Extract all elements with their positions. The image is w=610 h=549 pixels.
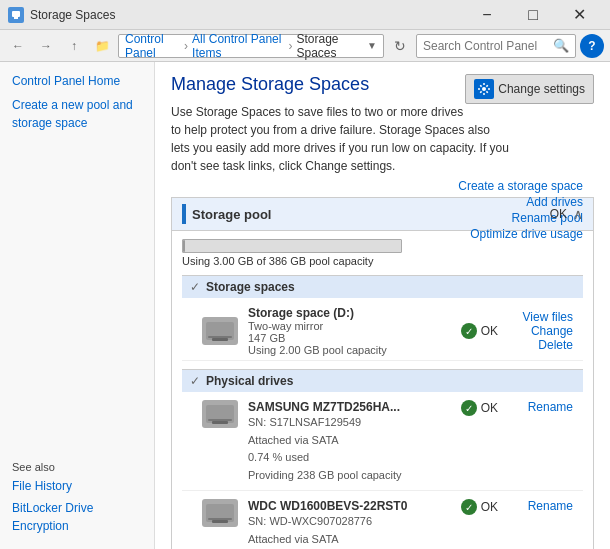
svg-rect-8 <box>208 518 232 520</box>
breadcrumb-dropdown[interactable]: ▼ <box>367 40 377 51</box>
pool-body: Create a storage space Add drives Rename… <box>172 231 593 549</box>
usage-bar-outer <box>182 239 402 253</box>
phys-rename-link-2[interactable]: Rename <box>518 499 573 513</box>
breadcrumb-current: Storage Spaces <box>296 32 361 60</box>
space-pool-usage: Using 2.00 GB pool capacity <box>248 344 441 356</box>
address-bar: ← → ↑ 📁 Control Panel › All Control Pane… <box>0 30 610 62</box>
sidebar-bottom: See also File History BitLocker Drive En… <box>12 461 142 539</box>
physical-drive-row-1: SAMSUNG MZ7TD256HA... SN: S17LNSAF129549… <box>182 392 583 491</box>
phys-actions-1: Rename <box>518 400 573 414</box>
storage-pool-section: Storage pool OK ∧ Create a storage space… <box>171 197 594 549</box>
sidebar: Control Panel Home Create a new pool and… <box>0 62 155 549</box>
usage-bar-inner <box>183 240 185 252</box>
window-title: Storage Spaces <box>30 8 115 22</box>
physical-drive-row-2: WDC WD1600BEVS-22RST0 SN: WD-WXC90702877… <box>182 491 583 549</box>
storage-spaces-header[interactable]: ✓ Storage spaces <box>182 275 583 298</box>
phys-connection-1: Attached via SATA <box>248 432 441 450</box>
back-button[interactable]: ← <box>6 34 30 58</box>
pool-header-left: Storage pool <box>182 204 271 224</box>
space-actions: View files Change Delete <box>518 310 573 352</box>
change-settings-label: Change settings <box>498 82 585 96</box>
physical-drives-label: Physical drives <box>206 374 293 388</box>
phys-check-icon-2: ✓ <box>461 499 477 515</box>
optimize-drive-link[interactable]: Optimize drive usage <box>458 227 583 241</box>
main-layout: Control Panel Home Create a new pool and… <box>0 62 610 549</box>
pool-indicator <box>182 204 186 224</box>
forward-button[interactable]: → <box>34 34 58 58</box>
check-icon: ✓ <box>461 323 477 339</box>
usage-text: Using 3.00 GB of 386 GB pool capacity <box>182 255 583 267</box>
content-area: Change settings Manage Storage Spaces Us… <box>155 62 610 549</box>
physical-drives-subsection: ✓ Physical drives SAMSUNG MZ7TD256HA... … <box>182 369 583 549</box>
svg-rect-4 <box>208 336 232 338</box>
restore-button[interactable]: □ <box>510 0 556 30</box>
pool-title: Storage pool <box>192 207 271 222</box>
pool-collapse-button[interactable]: ∧ <box>573 206 583 222</box>
space-type: Two-way mirror <box>248 320 441 332</box>
phys-name-2: WDC WD1600BEVS-22RST0 <box>248 499 441 513</box>
storage-space-row: Storage space (D:) Two-way mirror 147 GB… <box>182 298 583 361</box>
phys-info-1: SAMSUNG MZ7TD256HA... SN: S17LNSAF129549… <box>248 400 441 484</box>
sidebar-bitlocker[interactable]: BitLocker Drive Encryption <box>12 499 142 535</box>
drives-chevron: ✓ <box>190 374 200 388</box>
sidebar-create-link[interactable]: Create a new pool and storage space <box>12 96 142 132</box>
phys-status-text-1: OK <box>481 401 498 415</box>
sidebar-top: Control Panel Home Create a new pool and… <box>12 72 142 136</box>
sidebar-home-link[interactable]: Control Panel Home <box>12 72 142 90</box>
breadcrumb: Control Panel › All Control Panel Items … <box>118 34 384 58</box>
create-storage-space-link[interactable]: Create a storage space <box>458 179 583 193</box>
space-name: Storage space (D:) <box>248 306 441 320</box>
phys-info-2: WDC WD1600BEVS-22RST0 SN: WD-WXC90702877… <box>248 499 441 549</box>
breadcrumb-all-items[interactable]: All Control Panel Items <box>192 32 284 60</box>
phys-rename-link-1[interactable]: Rename <box>518 400 573 414</box>
physical-drives-header[interactable]: ✓ Physical drives <box>182 369 583 392</box>
storage-spaces-subsection: ✓ Storage spaces Storage space (D:) Two-… <box>182 275 583 361</box>
svg-rect-0 <box>12 11 20 17</box>
pool-status: OK <box>550 207 567 221</box>
space-status-text: OK <box>481 324 498 338</box>
phys-status-2: ✓ OK <box>461 499 498 515</box>
search-input[interactable] <box>423 39 553 53</box>
refresh-button[interactable]: ↻ <box>388 34 412 58</box>
close-button[interactable]: ✕ <box>556 0 602 30</box>
up-button[interactable]: ↑ <box>62 34 86 58</box>
spaces-chevron: ✓ <box>190 280 200 294</box>
phys-status-1: ✓ OK <box>461 400 498 416</box>
phys-sn-2: SN: WD-WXC907028776 <box>248 513 441 531</box>
phys-drive-icon-2 <box>202 499 238 527</box>
description-text: Use Storage Spaces to save files to two … <box>171 103 511 175</box>
phys-name-1: SAMSUNG MZ7TD256HA... <box>248 400 441 414</box>
sidebar-file-history[interactable]: File History <box>12 477 142 495</box>
app-icon <box>8 7 24 23</box>
phys-usage-1: 0.74 % used <box>248 449 441 467</box>
space-size: 147 GB <box>248 332 441 344</box>
see-also-label: See also <box>12 461 142 473</box>
help-button[interactable]: ? <box>580 34 604 58</box>
phys-status-text-2: OK <box>481 500 498 514</box>
view-files-link[interactable]: View files <box>518 310 573 324</box>
folder-button[interactable]: 📁 <box>90 34 114 58</box>
search-icon[interactable]: 🔍 <box>553 38 569 53</box>
minimize-button[interactable]: − <box>464 0 510 30</box>
phys-connection-2: Attached via SATA <box>248 531 441 549</box>
svg-point-2 <box>482 87 486 91</box>
title-bar: Storage Spaces − □ ✕ <box>0 0 610 30</box>
space-status: ✓ OK <box>461 323 498 339</box>
pool-header-right: OK ∧ <box>550 206 583 222</box>
phys-drive-icon-1 <box>202 400 238 428</box>
storage-drive-icon <box>202 317 238 345</box>
settings-icon <box>474 79 494 99</box>
usage-bar-container: Using 3.00 GB of 386 GB pool capacity <box>182 239 583 267</box>
svg-rect-6 <box>208 419 232 421</box>
svg-rect-1 <box>14 17 18 19</box>
breadcrumb-control-panel[interactable]: Control Panel <box>125 32 180 60</box>
window-controls: − □ ✕ <box>464 0 602 30</box>
phys-actions-2: Rename <box>518 499 573 513</box>
space-info: Storage space (D:) Two-way mirror 147 GB… <box>248 306 441 356</box>
storage-spaces-label: Storage spaces <box>206 280 295 294</box>
delete-link[interactable]: Delete <box>518 338 573 352</box>
change-settings-button[interactable]: Change settings <box>465 74 594 104</box>
phys-check-icon-1: ✓ <box>461 400 477 416</box>
phys-sn-1: SN: S17LNSAF129549 <box>248 414 441 432</box>
change-link[interactable]: Change <box>518 324 573 338</box>
